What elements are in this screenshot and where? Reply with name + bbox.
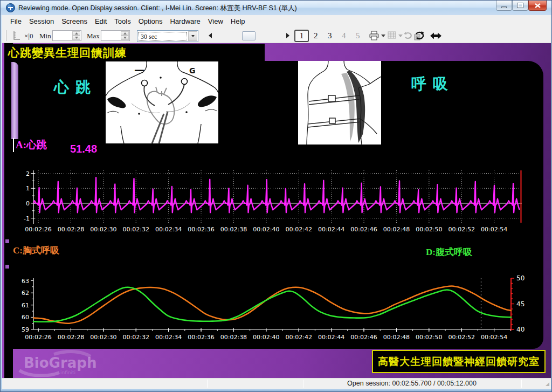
menu-file[interactable]: File: [6, 15, 25, 28]
lab-name: 高醫大生理回饋暨神經回饋研究室: [378, 355, 540, 369]
max-input[interactable]: [101, 30, 130, 41]
svg-text:45: 45: [516, 300, 525, 308]
menu-options[interactable]: Options: [135, 15, 167, 28]
svg-text:00:02:50: 00:02:50: [416, 334, 442, 341]
svg-text:61: 61: [22, 302, 29, 309]
app-window: Reviewing mode. Open Display session. Cl…: [0, 0, 552, 392]
page-button-3[interactable]: 3: [328, 31, 332, 40]
close-icon: [535, 3, 541, 8]
svg-text:00:02:26: 00:02:26: [25, 334, 51, 341]
window-frame-bottom: [1, 389, 552, 392]
svg-text:00:02:36: 00:02:36: [188, 334, 214, 341]
session-time-status: Open session: 00:02:55.700 / 00:05:12.00…: [304, 380, 520, 387]
status-divider: [521, 380, 522, 388]
screen-title: 心跳變異生理回饋訓練: [8, 45, 127, 60]
svg-text:00:02:30: 00:02:30: [90, 334, 116, 341]
menu-view[interactable]: View: [204, 15, 227, 28]
biograph-logo: BioGraph infiniti: [15, 350, 101, 379]
svg-text:63: 63: [22, 278, 29, 285]
svg-text:00:02:42: 00:02:42: [286, 334, 312, 341]
svg-text:00:02:52: 00:02:52: [448, 334, 474, 341]
svg-text:00:02:28: 00:02:28: [58, 226, 84, 233]
menu-edit[interactable]: Edit: [91, 15, 111, 28]
menu-session[interactable]: Session: [25, 15, 58, 28]
svg-text:00:02:28: 00:02:28: [58, 334, 84, 341]
time-window-select[interactable]: 30 sec: [137, 30, 198, 42]
svg-text:00:02:52: 00:02:52: [448, 226, 475, 233]
min-up-button[interactable]: [72, 31, 80, 36]
decorative-bar: [11, 62, 18, 139]
page-button-2[interactable]: 2: [314, 31, 318, 40]
svg-text:2: 2: [26, 170, 30, 177]
scroll-right-icon[interactable]: [286, 33, 289, 38]
decorative-square: [5, 265, 9, 269]
electrode-ground-label: G: [189, 66, 196, 75]
biograph-logo-subtext: infiniti: [60, 370, 75, 375]
axis-scale-icon[interactable]: [11, 30, 22, 43]
maximize-icon: [518, 3, 523, 8]
page-button-4: 4: [342, 31, 346, 40]
svg-text:00:02:34: 00:02:34: [155, 226, 182, 233]
svg-text:00:02:32: 00:02:32: [123, 226, 149, 233]
svg-text:00:02:42: 00:02:42: [286, 226, 312, 233]
minimize-button[interactable]: [496, 1, 512, 11]
maximize-button[interactable]: [512, 1, 528, 11]
app-background: 心跳變異生理回饋訓練 心跳 呼吸: [2, 43, 551, 378]
svg-text:00:02:44: 00:02:44: [318, 226, 344, 233]
channel-a-label: A:心跳: [13, 138, 47, 152]
combo-arrow-icon[interactable]: [188, 31, 197, 41]
svg-text:00:02:46: 00:02:46: [350, 226, 377, 233]
screen-title-bar: 心跳變異生理回饋訓練: [4, 44, 265, 61]
channel-c-label: C:胸式呼吸: [13, 244, 59, 257]
svg-text:50: 50: [516, 274, 525, 282]
session-scrollbar[interactable]: [206, 31, 292, 40]
print-dropdown-icon[interactable]: [381, 35, 385, 37]
svg-text:00:02:48: 00:02:48: [383, 334, 410, 341]
svg-text:00:02:54: 00:02:54: [481, 226, 507, 233]
lab-name-box: 高醫大生理回饋暨神經回饋研究室: [372, 350, 546, 373]
max-down-button[interactable]: [121, 36, 129, 40]
svg-text:00:02:40: 00:02:40: [253, 334, 279, 341]
reprocess-icon[interactable]: [413, 30, 425, 44]
scale-reset-button[interactable]: ×|0: [24, 32, 33, 40]
svg-text:00:02:38: 00:02:38: [220, 226, 247, 233]
max-label: Max: [87, 32, 100, 40]
menu-help[interactable]: Help: [227, 15, 249, 28]
window-controls: [496, 1, 547, 11]
status-divider: [303, 380, 303, 388]
min-down-button[interactable]: [72, 36, 80, 40]
svg-text:00:02:36: 00:02:36: [188, 226, 214, 233]
close-button[interactable]: [528, 1, 547, 11]
menu-tools[interactable]: Tools: [111, 15, 134, 28]
menu-screens[interactable]: Screens: [58, 15, 91, 28]
menu-hardware[interactable]: Hardware: [166, 15, 204, 28]
max-up-button[interactable]: [121, 31, 129, 36]
svg-text:00:02:50: 00:02:50: [416, 226, 442, 233]
app-icon: [6, 3, 15, 12]
scrollbar-thumb[interactable]: [242, 31, 256, 40]
fit-width-icon[interactable]: [430, 32, 442, 42]
ecg-electrode-placement-image: — G: [106, 61, 218, 143]
status-divider: [207, 380, 208, 388]
svg-text:00:02:44: 00:02:44: [318, 334, 344, 341]
svg-text:00:02:54: 00:02:54: [481, 334, 507, 341]
min-input[interactable]: [52, 30, 81, 41]
svg-text:60: 60: [22, 314, 29, 321]
respiration-section-label: 呼吸: [411, 74, 454, 94]
decorative-square: [5, 239, 9, 243]
heart-section-label: 心跳: [54, 77, 97, 98]
minimize-icon: [501, 6, 507, 8]
electrode-negative-label: —: [134, 64, 144, 75]
menubar: FileSessionScreensEditToolsOptionsHardwa…: [2, 15, 551, 28]
toolbar-grip[interactable]: [5, 30, 6, 41]
print-icon[interactable]: [369, 31, 380, 43]
titlebar[interactable]: Reviewing mode. Open Display session. Cl…: [1, 1, 552, 15]
svg-text:00:02:40: 00:02:40: [253, 226, 279, 233]
channel-d-label: D:腹式呼吸: [426, 246, 472, 258]
svg-text:-1: -1: [24, 215, 30, 222]
heart-rate-value: 51.48: [70, 143, 97, 155]
scroll-left-icon[interactable]: [209, 33, 212, 38]
resize-grip[interactable]: ◢: [546, 381, 550, 387]
svg-text:00:02:34: 00:02:34: [155, 334, 182, 341]
page-button-1[interactable]: 1: [294, 30, 309, 42]
